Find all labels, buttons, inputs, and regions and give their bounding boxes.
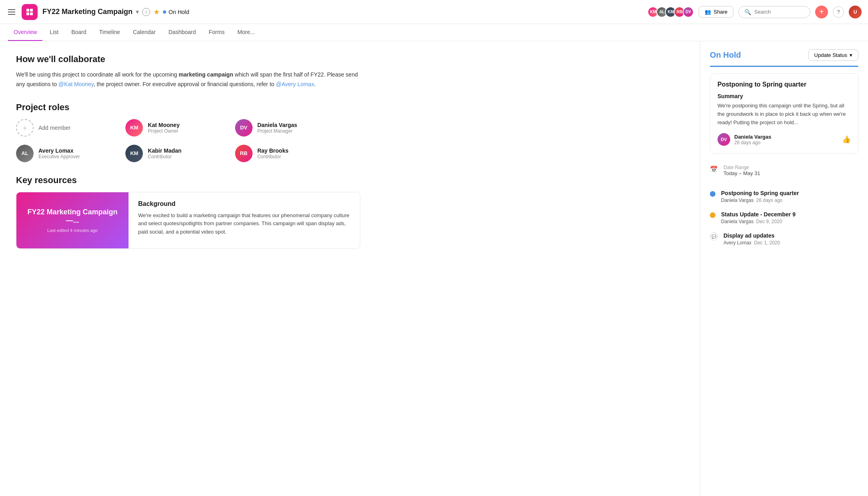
update-status-button[interactable]: Update Status ▾: [808, 49, 858, 61]
timeline-item-3-info: Display ad updates Avery Lomax Dec 1, 20…: [723, 232, 780, 246]
resources-card[interactable]: FY22 Marketing Campaign —... Last edited…: [16, 192, 360, 249]
search-box[interactable]: 🔍: [738, 6, 810, 18]
status-badge: On Hold: [163, 9, 189, 15]
tab-calendar[interactable]: Calendar: [127, 24, 161, 41]
status-user: DV Daniela Vargas 26 days ago: [717, 133, 772, 146]
key-resources-section: Key resources FY22 Marketing Campaign —.…: [16, 175, 684, 249]
info-icon[interactable]: i: [142, 8, 150, 16]
avery-info: Avery Lomax Executive Approver: [38, 147, 80, 159]
timeline-items: Postponing to Spring quarter Daniela Var…: [710, 186, 858, 250]
app-icon: [22, 4, 38, 20]
hamburger-menu[interactable]: [6, 8, 17, 16]
date-range-value: Today – May 31: [723, 170, 760, 176]
resource-bg-text: We're excited to build a marketing campa…: [138, 212, 350, 236]
kat-info: Kat Mooney Project Owner: [148, 122, 179, 134]
collaborate-section: How we'll collaborate We'll be using thi…: [16, 54, 684, 89]
role-card-daniela: DV Daniela Vargas Project Manager: [235, 119, 336, 137]
svg-rect-3: [30, 12, 33, 15]
tl-meta-1: Daniela Vargas 26 days ago: [721, 198, 799, 203]
resources-title: Key resources: [16, 175, 684, 185]
title-chevron-icon[interactable]: ▾: [136, 8, 139, 16]
timeline-item-3[interactable]: 💬 Display ad updates Avery Lomax Dec 1, …: [710, 228, 858, 250]
timeline-item-1-info: Postponing to Spring quarter Daniela Var…: [721, 190, 799, 203]
add-member-label: Add member: [38, 125, 70, 131]
daniela-role: Project Manager: [257, 128, 297, 134]
summary-text: We're postponing this campaign until the…: [717, 102, 851, 127]
search-input[interactable]: [754, 9, 804, 15]
tab-forms[interactable]: Forms: [203, 24, 230, 41]
collaborate-description: We'll be using this project to coordinat…: [16, 70, 360, 89]
tl-title-3: Display ad updates: [723, 232, 780, 239]
share-button[interactable]: 👥 Share: [699, 6, 733, 18]
update-status-chevron-icon: ▾: [850, 52, 852, 58]
resource-thumb-sub: Last edited 4 minutes ago: [47, 228, 98, 233]
tl-title-1: Postponing to Spring quarter: [721, 190, 799, 196]
panel-header: On Hold Update Status ▾: [700, 41, 868, 61]
nav-tabs: Overview List Board Timeline Calendar Da…: [0, 24, 868, 41]
avery-avatar: AL: [16, 145, 34, 162]
timeline-section: 📅 Date Range Today – May 31 Postponing t…: [700, 160, 868, 253]
star-icon[interactable]: ★: [153, 8, 160, 16]
role-card-avery: AL Avery Lomax Executive Approver: [16, 145, 117, 162]
project-roles-section: Project roles ＋ Add member KM: [16, 102, 684, 162]
kabir-info: Kabir Madan Contributor: [148, 147, 181, 159]
role-card-kat: KM Kat Mooney Project Owner: [125, 119, 227, 137]
date-range-row: 📅 Date Range Today – May 31: [710, 163, 858, 178]
topbar: FY22 Marketing Campaign ▾ i ★ On Hold KM…: [0, 0, 868, 24]
timeline-item-2[interactable]: Status Update - December 9 Daniela Varga…: [710, 207, 858, 228]
title-area: FY22 Marketing Campaign ▾ i ★ On Hold: [42, 8, 189, 16]
panel-status: On Hold: [710, 50, 741, 60]
resource-content: Background We're excited to build a mark…: [129, 192, 360, 248]
daniela-info: Daniela Vargas Project Manager: [257, 122, 297, 134]
status-user-avatar: DV: [717, 133, 730, 146]
status-dot: [163, 10, 166, 14]
tab-timeline[interactable]: Timeline: [94, 24, 126, 41]
role-card-ray: RB Ray Brooks Contributor: [235, 145, 336, 162]
role-card-kabir: KM Kabir Madan Contributor: [125, 145, 227, 162]
tl-meta-2: Daniela Vargas Dec 9, 2020: [721, 219, 796, 224]
collaborator-avatars: KM AL KM RB DV: [647, 6, 694, 18]
add-member-card[interactable]: ＋ Add member: [16, 119, 117, 137]
help-button[interactable]: ?: [833, 6, 844, 18]
tab-overview[interactable]: Overview: [8, 24, 42, 41]
status-user-time: 26 days ago: [734, 140, 772, 145]
kabir-name: Kabir Madan: [148, 147, 181, 154]
daniela-name: Daniela Vargas: [257, 122, 297, 128]
summary-label: Summary: [717, 93, 851, 99]
tab-dashboard[interactable]: Dashboard: [163, 24, 202, 41]
tl-meta-3: Avery Lomax Dec 1, 2020: [723, 240, 780, 246]
kat-avatar: KM: [125, 119, 143, 137]
status-card: Postponing to Spring quarter Summary We'…: [710, 73, 858, 153]
tab-board[interactable]: Board: [66, 24, 92, 41]
timeline-item-2-info: Status Update - December 9 Daniela Varga…: [721, 211, 796, 224]
panel-blue-bar: [710, 66, 858, 67]
share-icon: 👥: [705, 9, 711, 15]
tl-title-2: Status Update - December 9: [721, 211, 796, 218]
like-button[interactable]: 👍: [842, 135, 851, 144]
timeline-dot-orange: [710, 212, 715, 218]
roles-title: Project roles: [16, 102, 684, 113]
tab-more[interactable]: More...: [232, 24, 261, 41]
add-member-info: Add member: [38, 125, 70, 131]
timeline-dot-blue: [710, 191, 715, 197]
kabir-role: Contributor: [148, 154, 181, 159]
main-layout: How we'll collaborate We'll be using thi…: [0, 41, 868, 496]
kat-name: Kat Mooney: [148, 122, 179, 128]
avatar-5[interactable]: DV: [683, 6, 694, 18]
ray-info: Ray Brooks Contributor: [257, 147, 289, 159]
collaborate-title: How we'll collaborate: [16, 54, 684, 65]
calendar-icon: 📅: [710, 165, 718, 173]
user-avatar[interactable]: U: [849, 6, 862, 18]
daniela-avatar: DV: [235, 119, 253, 137]
tab-list[interactable]: List: [44, 24, 64, 41]
project-title: FY22 Marketing Campaign: [42, 8, 133, 16]
kat-mooney-link[interactable]: @Kat Mooney: [58, 81, 94, 87]
roles-grid: ＋ Add member KM Kat Mooney Project Owner: [16, 119, 336, 162]
add-button[interactable]: +: [815, 6, 828, 18]
status-card-footer: DV Daniela Vargas 26 days ago 👍: [717, 133, 851, 146]
timeline-item-1[interactable]: Postponing to Spring quarter Daniela Var…: [710, 186, 858, 207]
ray-name: Ray Brooks: [257, 147, 289, 154]
resource-bg-title: Background: [138, 200, 350, 208]
avery-lomax-link[interactable]: @Avery Lomax: [276, 81, 314, 87]
resource-thumb-title: FY22 Marketing Campaign —...: [24, 208, 121, 225]
